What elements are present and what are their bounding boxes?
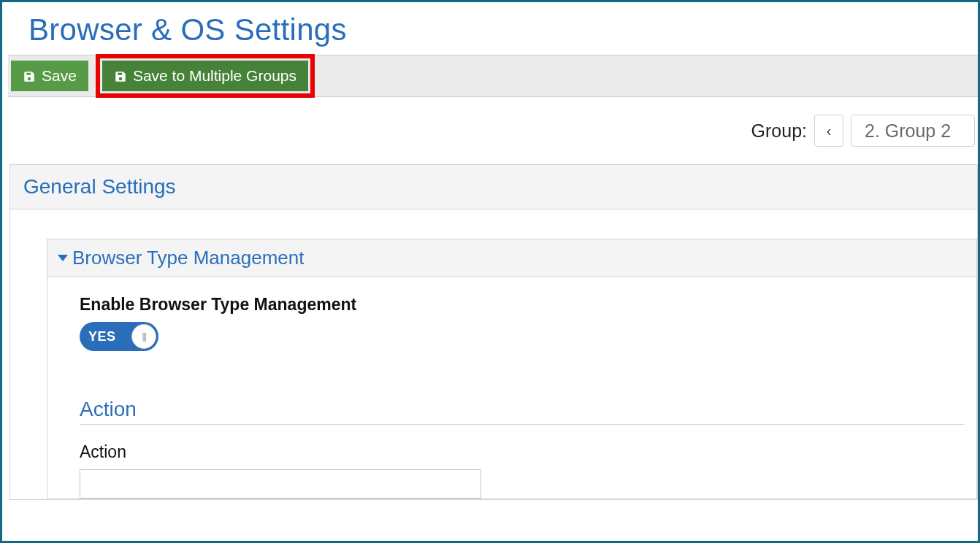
browser-type-management-toggle-header[interactable]: Browser Type Management	[47, 239, 976, 277]
highlight-save-multiple: Save to Multiple Groups	[96, 54, 315, 98]
grip-icon: |||	[142, 331, 146, 342]
caret-down-icon	[58, 255, 68, 261]
enable-browser-type-toggle[interactable]: YES |||	[80, 322, 158, 351]
settings-page-frame: Browser & OS Settings Save Save to Multi…	[0, 0, 980, 543]
toggle-knob: |||	[131, 324, 156, 349]
action-input[interactable]	[80, 469, 481, 498]
enable-browser-type-label: Enable Browser Type Management	[80, 295, 976, 315]
group-selector: Group: ‹ 2. Group 2	[2, 97, 978, 160]
chevron-left-icon: ‹	[827, 123, 832, 139]
action-toolbar: Save Save to Multiple Groups	[8, 55, 978, 97]
save-button[interactable]: Save	[11, 61, 88, 91]
group-label: Group:	[751, 120, 807, 142]
action-section-title: Action	[80, 398, 976, 421]
general-settings-header: General Settings	[10, 165, 977, 209]
browser-type-management-title: Browser Type Management	[72, 247, 304, 269]
browser-type-management-panel: Browser Type Management Enable Browser T…	[47, 239, 977, 499]
enable-browser-type-field: Enable Browser Type Management YES ||| A…	[47, 277, 976, 498]
save-button-label: Save	[42, 67, 77, 85]
action-field-label: Action	[80, 442, 976, 462]
general-settings-panel: General Settings Browser Type Management…	[9, 164, 978, 500]
save-multiple-groups-button[interactable]: Save to Multiple Groups	[102, 61, 308, 91]
current-group-name[interactable]: 2. Group 2	[851, 115, 975, 147]
group-prev-button[interactable]: ‹	[814, 115, 843, 147]
save-multiple-groups-label: Save to Multiple Groups	[133, 67, 296, 85]
save-icon	[23, 69, 36, 82]
toggle-state-text: YES	[88, 329, 116, 344]
save-icon	[114, 69, 127, 82]
page-title: Browser & OS Settings	[28, 12, 978, 47]
section-divider	[80, 424, 965, 425]
